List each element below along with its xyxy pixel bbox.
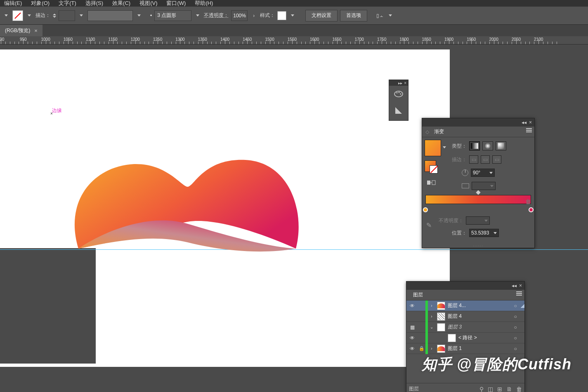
layer-visibility-toggle[interactable]: ▦ bbox=[406, 324, 418, 330]
opacity-label[interactable]: 不透明度： bbox=[204, 12, 229, 19]
layer-name-label[interactable]: 图层 4 bbox=[447, 313, 510, 320]
layer-expand-toggle[interactable]: › bbox=[428, 314, 435, 319]
layers-panel-menu-icon[interactable] bbox=[516, 291, 522, 296]
stroke-weight-input[interactable] bbox=[59, 10, 75, 21]
new-sublayer-icon[interactable]: ⊞ bbox=[497, 386, 502, 392]
layer-row[interactable]: ›图层 4○ bbox=[406, 311, 524, 322]
layers-panel-close-icon[interactable]: × bbox=[519, 283, 522, 289]
layer-thumbnail[interactable] bbox=[437, 302, 445, 310]
smart-guide-label: 边缘 bbox=[52, 107, 62, 114]
gradient-midpoint-handle[interactable] bbox=[476, 190, 480, 195]
menu-edit[interactable]: 编辑(E) bbox=[4, 0, 22, 7]
layers-panel-collapse-icon[interactable]: ◂◂ bbox=[512, 283, 517, 289]
layers-count-label: 图层 bbox=[409, 385, 419, 392]
fill-dropdown[interactable] bbox=[2, 9, 10, 22]
color-panel-icon[interactable] bbox=[389, 86, 408, 102]
collapsed-panel-dock: ▸▸ × bbox=[389, 80, 409, 121]
layer-visibility-toggle[interactable]: 👁 bbox=[406, 303, 418, 309]
variable-width-dropdown[interactable] bbox=[135, 9, 143, 22]
gradient-slider[interactable] bbox=[425, 195, 531, 216]
opacity-input[interactable]: 100% bbox=[231, 10, 248, 21]
locate-object-icon[interactable]: ⚲ bbox=[479, 386, 484, 392]
layer-thumbnail[interactable] bbox=[437, 345, 445, 353]
horizontal-ruler[interactable]: 9009501000105011001150120012501300135014… bbox=[0, 36, 588, 45]
layer-name-label[interactable]: < 路径 > bbox=[458, 334, 510, 341]
layer-row[interactable]: 👁🔒›图层 1○ bbox=[406, 343, 524, 354]
make-clipping-mask-icon[interactable]: ◫ bbox=[488, 386, 493, 392]
variable-width-profile[interactable] bbox=[87, 10, 133, 21]
layer-expand-toggle[interactable]: › bbox=[428, 303, 435, 308]
layer-name-label[interactable]: 图层 4... bbox=[447, 302, 510, 309]
layer-row[interactable]: 👁›图层 4...○ bbox=[406, 300, 524, 311]
layer-expand-toggle[interactable]: ⌄ bbox=[428, 325, 435, 329]
layer-selection-indicator bbox=[520, 325, 524, 329]
document-setup-button[interactable]: 文档设置 bbox=[305, 10, 338, 21]
reverse-gradient-icon[interactable] bbox=[426, 178, 436, 188]
layer-expand-toggle[interactable]: › bbox=[428, 346, 435, 351]
panel-resize-grip[interactable]: :::::: bbox=[473, 244, 483, 248]
layer-name-label[interactable]: 图层 1 bbox=[447, 345, 510, 352]
gradient-stop-left[interactable] bbox=[423, 207, 428, 212]
gradient-panel-collapse-icon[interactable]: ◂◂ bbox=[522, 120, 527, 125]
align-dropdown[interactable] bbox=[387, 9, 394, 22]
delete-layer-icon[interactable]: 🗑 bbox=[516, 386, 522, 392]
canvas-area[interactable]: 边缘 × ▸▸ × bbox=[0, 45, 588, 392]
gradient-panel-close-icon[interactable]: × bbox=[529, 120, 532, 125]
layer-name-label[interactable]: 图层 3 bbox=[447, 324, 510, 331]
gradient-swatch-dropdown[interactable] bbox=[443, 146, 446, 148]
gradient-type-radial-button[interactable] bbox=[482, 141, 493, 150]
stroke-swatch-none[interactable] bbox=[12, 10, 23, 21]
stroke-swatch-dropdown[interactable] bbox=[26, 9, 33, 22]
gradient-angle-input[interactable]: 90° bbox=[471, 169, 495, 177]
layer-lock-toggle[interactable]: 🔒 bbox=[418, 346, 425, 351]
document-tab[interactable]: (RGB/预览) × bbox=[0, 25, 43, 36]
layer-visibility-toggle[interactable]: 👁 bbox=[406, 346, 418, 352]
menu-type[interactable]: 文字(T) bbox=[59, 0, 76, 7]
layer-thumbnail[interactable] bbox=[437, 312, 445, 321]
artwork-shape[interactable] bbox=[68, 119, 303, 255]
menu-window[interactable]: 窗口(W) bbox=[166, 0, 186, 7]
graphic-style-dropdown[interactable] bbox=[289, 9, 296, 22]
stroke-weight-spinner[interactable] bbox=[53, 14, 56, 18]
gradient-fill-swatch[interactable] bbox=[425, 140, 441, 156]
layer-target-icon[interactable]: ○ bbox=[510, 324, 520, 330]
gradient-type-linear-button[interactable] bbox=[469, 141, 480, 150]
brush-dropdown[interactable] bbox=[194, 9, 201, 22]
document-tab-close-icon[interactable]: × bbox=[34, 28, 38, 34]
gradient-ramp[interactable] bbox=[425, 195, 531, 204]
gradient-active-stroke-none[interactable] bbox=[430, 165, 438, 174]
layer-thumbnail[interactable] bbox=[448, 334, 456, 342]
gradient-type-freeform-button[interactable] bbox=[496, 141, 506, 150]
menu-effect[interactable]: 效果(C) bbox=[112, 0, 130, 7]
layer-visibility-toggle[interactable]: 👁 bbox=[406, 335, 418, 341]
svg-point-1 bbox=[397, 92, 398, 94]
layer-target-icon[interactable]: ○ bbox=[510, 314, 520, 319]
gradient-panel-menu-icon[interactable] bbox=[526, 128, 532, 132]
preferences-button[interactable]: 首选项 bbox=[340, 10, 367, 21]
layer-thumbnail[interactable] bbox=[437, 323, 445, 331]
opacity-dropdown[interactable]: › bbox=[250, 9, 257, 22]
menu-view[interactable]: 视图(V) bbox=[139, 0, 157, 7]
eyedropper-icon[interactable]: ✎ bbox=[426, 221, 432, 229]
menu-help[interactable]: 帮助(H) bbox=[195, 0, 213, 7]
graphic-style-swatch[interactable] bbox=[277, 11, 286, 20]
new-layer-icon[interactable]: 🗎 bbox=[506, 386, 512, 392]
layer-target-icon[interactable]: ○ bbox=[510, 335, 520, 341]
brush-select[interactable]: 3 点圆形 bbox=[154, 10, 191, 21]
layer-target-icon[interactable]: ○ bbox=[510, 346, 520, 352]
gradient-tab[interactable]: 渐变 bbox=[431, 127, 447, 137]
layers-tab[interactable]: 图层 bbox=[410, 290, 426, 300]
color-guide-panel-icon[interactable] bbox=[389, 102, 408, 119]
collapsed-panel-expand-icon[interactable]: ▸▸ bbox=[398, 81, 402, 85]
layer-target-icon[interactable]: ○ bbox=[510, 303, 520, 309]
stroke-weight-dropdown[interactable] bbox=[78, 9, 85, 22]
gradient-stop-right[interactable] bbox=[529, 207, 534, 212]
menu-select[interactable]: 选择(S) bbox=[85, 0, 103, 7]
angle-icon bbox=[462, 169, 468, 176]
align-icon[interactable]: ▯⫠ bbox=[376, 13, 384, 19]
layer-row[interactable]: 👁< 路径 >○ bbox=[406, 333, 524, 343]
collapsed-panel-close-icon[interactable]: × bbox=[404, 81, 406, 85]
menu-object[interactable]: 对象(O) bbox=[31, 0, 50, 7]
layer-row[interactable]: ▦⌄图层 3○ bbox=[406, 322, 524, 333]
stop-position-input[interactable]: 53.5393 bbox=[469, 229, 499, 237]
